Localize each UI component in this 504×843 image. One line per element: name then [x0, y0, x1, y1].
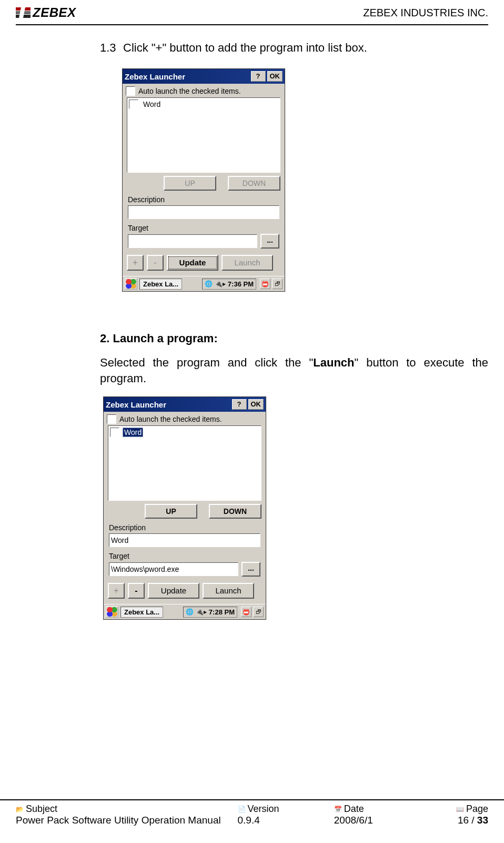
step-number: 1.3 — [100, 41, 123, 55]
page-label: 📖Page — [430, 804, 488, 815]
logo-icon — [16, 7, 31, 18]
device-icon: 🔌▸ — [215, 280, 226, 287]
step-text: Click "+" button to add the program into… — [123, 41, 367, 55]
section-2-body: Selected the program and click the "Laun… — [100, 355, 488, 386]
program-listbox[interactable]: Word — [108, 425, 261, 501]
target-input[interactable] — [128, 234, 257, 248]
network-icon: 🌐 — [186, 608, 194, 616]
date-label: 📅Date — [334, 804, 430, 815]
list-item[interactable]: Word — [128, 99, 279, 110]
start-icon[interactable] — [125, 278, 137, 290]
date-value: 2008/6/1 — [334, 815, 430, 826]
windows-icon[interactable]: 🗗 — [272, 279, 283, 289]
target-label: Target — [105, 550, 265, 562]
tray-extra: 📛 🗗 — [241, 607, 264, 617]
clock: 7:28 PM — [209, 608, 235, 616]
taskbar: Zebex La... 🌐 🔌▸ 7:28 PM 📛 🗗 — [104, 604, 266, 619]
item-checkbox[interactable] — [110, 428, 119, 437]
list-item[interactable]: Word — [109, 427, 260, 438]
clock: 7:36 PM — [228, 280, 254, 288]
help-button[interactable]: ? — [232, 399, 247, 410]
minus-button[interactable]: - — [128, 583, 145, 599]
update-button[interactable]: Update — [167, 255, 218, 271]
company-name: ZEBEX INDUSTRIES INC. — [363, 7, 488, 19]
calendar-icon: 📅 — [334, 806, 342, 813]
minus-button[interactable]: - — [147, 255, 164, 271]
item-checkbox[interactable] — [129, 100, 138, 109]
version-label: 📄Version — [238, 804, 334, 815]
body-bold: Launch — [313, 356, 354, 369]
down-button[interactable]: DOWN — [228, 176, 280, 191]
title-bar: Zebex Launcher ? OK — [104, 397, 266, 412]
subject-label: 📂Subject — [16, 804, 238, 815]
page-header: ZEBEX ZEBEX INDUSTRIES INC. — [16, 0, 488, 25]
description-input[interactable] — [128, 205, 279, 219]
screenshot-2: Zebex Launcher ? OK Auto launch the chec… — [103, 396, 266, 620]
launch-button[interactable]: Launch — [221, 255, 273, 271]
section-number: 2. — [100, 332, 109, 345]
auto-launch-checkbox[interactable] — [126, 86, 135, 96]
system-tray: 🌐 🔌▸ 7:36 PM — [202, 279, 256, 290]
plus-button[interactable]: + — [127, 255, 144, 271]
description-input[interactable]: Word — [109, 533, 260, 547]
version-value: 0.9.4 — [238, 815, 334, 826]
logo-text: ZEBEX — [33, 5, 76, 20]
description-label: Description — [124, 194, 284, 205]
ok-button[interactable]: OK — [248, 399, 264, 410]
subject-value: Power Pack Software Utility Operation Ma… — [16, 815, 238, 826]
description-label: Description — [105, 522, 265, 533]
windows-icon[interactable]: 🗗 — [253, 607, 264, 617]
help-button[interactable]: ? — [251, 71, 266, 82]
title-bar: Zebex Launcher ? OK — [123, 69, 285, 84]
auto-launch-checkbox[interactable] — [107, 414, 116, 424]
ok-button[interactable]: OK — [267, 71, 283, 82]
target-label: Target — [124, 222, 284, 234]
down-button[interactable]: DOWN — [209, 504, 261, 519]
launch-button[interactable]: Launch — [203, 583, 254, 599]
section-2-heading: 2. Launch a program: — [100, 332, 488, 345]
network-icon: 🌐 — [205, 280, 213, 287]
taskbar-app[interactable]: Zebex La... — [139, 279, 182, 290]
step-1-3: 1.3 Click "+" button to add the program … — [100, 41, 488, 55]
keyboard-icon[interactable]: 📛 — [260, 279, 270, 289]
brand-logo: ZEBEX — [16, 5, 76, 20]
browse-button[interactable]: ... — [241, 562, 260, 577]
system-tray: 🌐 🔌▸ 7:28 PM — [183, 607, 237, 618]
program-listbox[interactable]: Word — [127, 97, 280, 173]
start-icon[interactable] — [106, 606, 118, 618]
taskbar-app[interactable]: Zebex La... — [120, 607, 163, 618]
list-item-label: Word — [123, 428, 143, 437]
plus-button[interactable]: + — [108, 583, 125, 599]
section-title: Launch a program: — [113, 332, 217, 345]
browse-button[interactable]: ... — [260, 234, 279, 249]
book-icon: 📖 — [456, 806, 464, 813]
up-button[interactable]: UP — [164, 176, 216, 191]
target-input[interactable]: \Windows\pword.exe — [109, 562, 238, 576]
folder-icon: 📂 — [16, 806, 24, 813]
doc-icon: 📄 — [238, 806, 246, 813]
taskbar: Zebex La... 🌐 🔌▸ 7:36 PM 📛 🗗 — [123, 276, 285, 291]
window-title: Zebex Launcher — [106, 400, 230, 409]
window-title: Zebex Launcher — [125, 72, 249, 81]
up-button[interactable]: UP — [145, 504, 197, 519]
tray-extra: 📛 🗗 — [260, 279, 283, 289]
auto-launch-label: Auto launch the checked items. — [119, 415, 222, 423]
page-value: 16 / 33 — [430, 815, 488, 826]
auto-launch-label: Auto launch the checked items. — [138, 87, 241, 95]
list-item-label: Word — [142, 100, 162, 108]
body-pre: Selected the program and click the " — [100, 356, 313, 369]
page-footer: 📂Subject Power Pack Software Utility Ope… — [0, 799, 504, 837]
keyboard-icon[interactable]: 📛 — [241, 607, 251, 617]
screenshot-1: Zebex Launcher ? OK Auto launch the chec… — [122, 68, 285, 292]
update-button[interactable]: Update — [148, 583, 199, 599]
device-icon: 🔌▸ — [196, 608, 207, 616]
